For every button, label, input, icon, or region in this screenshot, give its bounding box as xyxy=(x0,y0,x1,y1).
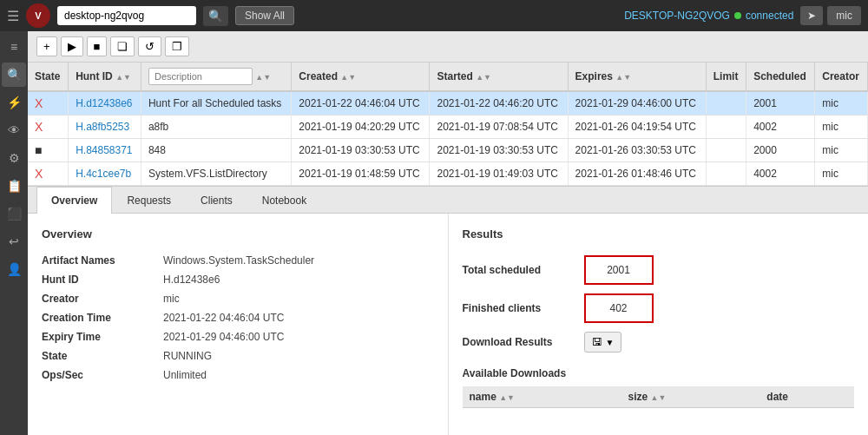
sidebar-icon-refresh[interactable]: ↩ xyxy=(2,229,26,254)
cell-scheduled: 2001 xyxy=(746,91,815,115)
cell-description: Hunt For all Scheduled tasks xyxy=(141,91,291,115)
info-row: State RUNNING xyxy=(42,346,434,366)
info-row: Expiry Time 2021-01-29 04:46:00 UTC xyxy=(42,327,434,346)
download-results-button[interactable]: 🖫 ▼ xyxy=(584,332,622,353)
run-hunt-button[interactable]: ▶ xyxy=(61,36,83,56)
info-value: 2021-01-22 04:46:04 UTC xyxy=(163,308,434,327)
connection-host: DESKTOP-NG2QVOG xyxy=(624,10,730,22)
tab-overview[interactable]: Overview xyxy=(36,187,112,214)
archive-hunt-button[interactable]: ❐ xyxy=(165,36,189,56)
detail-area: Overview Requests Clients Notebook Overv… xyxy=(28,187,868,435)
cell-creator: mic xyxy=(815,162,868,186)
col-state[interactable]: State xyxy=(28,63,69,91)
add-hunt-button[interactable]: + xyxy=(36,36,57,56)
copy-hunt-button[interactable]: ❏ xyxy=(110,36,135,56)
cell-created: 2021-01-19 01:48:59 UTC xyxy=(292,162,430,186)
cell-state: X xyxy=(28,115,69,139)
info-row: Creator mic xyxy=(42,289,434,308)
sidebar-icon-list[interactable]: 📋 xyxy=(2,174,26,198)
info-label: Expiry Time xyxy=(42,327,163,346)
table-row[interactable]: ■ H.84858371 848 2021-01-19 03:30:53 UTC… xyxy=(28,139,868,162)
info-label: Creator xyxy=(42,289,163,308)
cell-description: a8fb xyxy=(141,115,291,139)
cell-scheduled: 2000 xyxy=(746,139,815,162)
col-created[interactable]: Created ▲▼ xyxy=(292,63,430,91)
app-logo: V xyxy=(26,3,50,28)
table-row[interactable]: X H.a8fb5253 a8fb 2021-01-19 04:20:29 UT… xyxy=(28,115,868,139)
cell-creator: mic xyxy=(815,139,868,162)
search-input[interactable] xyxy=(57,6,196,25)
available-downloads-title: Available Downloads xyxy=(463,367,855,379)
description-filter[interactable] xyxy=(148,68,253,85)
cell-limit xyxy=(706,139,746,162)
cell-description: 848 xyxy=(141,139,291,162)
user-button[interactable]: mic xyxy=(827,6,861,25)
col-limit[interactable]: Limit xyxy=(706,63,746,91)
sidebar-icon-menu[interactable]: ≡ xyxy=(2,35,26,59)
info-label: Ops/Sec xyxy=(42,366,163,385)
tab-notebook[interactable]: Notebook xyxy=(247,187,321,214)
info-row: Hunt ID H.d12438e6 xyxy=(42,270,434,289)
info-value: mic xyxy=(163,289,434,308)
col-date[interactable]: date xyxy=(760,386,854,408)
available-downloads: Available Downloads name ▲▼ size ▲▼ date xyxy=(463,367,855,408)
connection-status: DESKTOP-NG2QVOG connected xyxy=(624,10,793,22)
cell-hunt-id[interactable]: H.4c1cee7b xyxy=(69,162,141,186)
sidebar-icon-settings[interactable]: ⚙ xyxy=(2,146,26,170)
show-all-label: Show All xyxy=(245,10,285,22)
cell-created: 2021-01-19 04:20:29 UTC xyxy=(292,115,430,139)
cell-limit xyxy=(706,115,746,139)
col-started[interactable]: Started ▲▼ xyxy=(430,63,568,91)
cell-expires: 2021-01-26 01:48:46 UTC xyxy=(568,162,706,186)
cell-started: 2021-01-19 07:08:54 UTC xyxy=(430,115,568,139)
sidebar-icon-view[interactable]: 👁 xyxy=(2,118,26,142)
cell-started: 2021-01-19 01:49:03 UTC xyxy=(430,162,568,186)
stop-hunt-button[interactable]: ■ xyxy=(87,36,108,56)
col-scheduled[interactable]: Scheduled xyxy=(746,63,815,91)
col-name[interactable]: name ▲▼ xyxy=(463,386,621,408)
info-label: Creation Time xyxy=(42,308,163,327)
sidebar-icon-user[interactable]: 👤 xyxy=(2,257,26,281)
info-row: Ops/Sec Unlimited xyxy=(42,366,434,385)
cell-expires: 2021-01-26 04:19:54 UTC xyxy=(568,115,706,139)
cell-started: 2021-01-19 03:30:53 UTC xyxy=(430,139,568,162)
table-row[interactable]: X H.d12438e6 Hunt For all Scheduled task… xyxy=(28,91,868,115)
table-row[interactable]: X H.4c1cee7b System.VFS.ListDirectory 20… xyxy=(28,162,868,186)
search-button[interactable]: 🔍 xyxy=(203,6,228,26)
overview-pane: Overview Artifact Names Windows.System.T… xyxy=(28,214,449,435)
sidebar-icon-block[interactable]: ⬛ xyxy=(2,201,26,226)
cell-scheduled: 4002 xyxy=(746,115,815,139)
menu-icon[interactable]: ☰ xyxy=(7,8,19,24)
tab-clients[interactable]: Clients xyxy=(186,187,247,214)
info-value: RUNNING xyxy=(163,346,434,366)
download-results-label: Download Results xyxy=(463,327,584,357)
col-size[interactable]: size ▲▼ xyxy=(621,386,760,408)
sidebar-icon-hunt[interactable]: ⚡ xyxy=(2,90,26,115)
cell-expires: 2021-01-26 03:30:53 UTC xyxy=(568,139,706,162)
tab-requests[interactable]: Requests xyxy=(112,187,186,214)
cell-hunt-id[interactable]: H.84858371 xyxy=(69,139,141,162)
total-scheduled-value: 2001 xyxy=(584,255,654,285)
sidebar-icon-search[interactable]: 🔍 xyxy=(2,63,26,87)
col-hunt-id[interactable]: Hunt ID ▲▼ xyxy=(69,63,141,91)
cell-hunt-id[interactable]: H.a8fb5253 xyxy=(69,115,141,139)
cell-description: System.VFS.ListDirectory xyxy=(141,162,291,186)
total-scheduled-label: Total scheduled xyxy=(463,251,584,289)
results-stats-table: Total scheduled 2001 Finished clients 40… xyxy=(463,251,855,357)
cell-limit xyxy=(706,162,746,186)
col-expires[interactable]: Expires ▲▼ xyxy=(568,63,706,91)
cell-creator: mic xyxy=(815,91,868,115)
cell-state: ■ xyxy=(28,139,69,162)
connection-dot xyxy=(734,12,741,19)
detail-content: Overview Artifact Names Windows.System.T… xyxy=(28,214,868,435)
info-table: Artifact Names Windows.System.TaskSchedu… xyxy=(42,251,434,385)
results-pane: Results Total scheduled 2001 Finished cl… xyxy=(449,214,869,435)
connection-label: connected xyxy=(746,10,793,22)
cell-hunt-id[interactable]: H.d12438e6 xyxy=(69,91,141,115)
nav-forward-button[interactable]: ➤ xyxy=(800,6,823,25)
col-creator[interactable]: Creator xyxy=(815,63,868,91)
cell-created: 2021-01-19 03:30:53 UTC xyxy=(292,139,430,162)
reload-hunt-button[interactable]: ↺ xyxy=(138,36,161,56)
downloads-table: name ▲▼ size ▲▼ date xyxy=(463,386,855,408)
show-all-button[interactable]: Show All xyxy=(235,6,294,25)
